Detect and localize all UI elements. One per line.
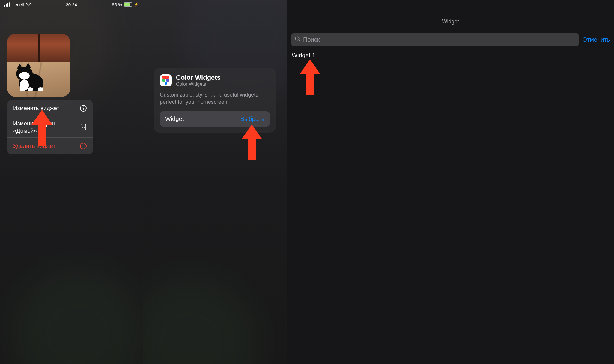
card-title: Color Widgets xyxy=(176,74,221,82)
decorative-blur xyxy=(12,268,143,364)
panel-widget-picker: Widget Поиск Отменить Widget 1 xyxy=(287,0,614,364)
card-description: Customizable, stylish, and useful widget… xyxy=(160,91,270,106)
list-item-label: Widget 1 xyxy=(292,52,315,58)
app-icon-color-widgets xyxy=(160,74,172,86)
card-subtitle: Color Widgets xyxy=(176,82,221,87)
battery-percent: 65 % xyxy=(112,2,122,7)
battery-fill xyxy=(124,3,130,6)
svg-point-7 xyxy=(84,127,85,128)
svg-point-13 xyxy=(296,37,299,40)
search-icon xyxy=(295,36,301,43)
wifi-icon xyxy=(26,3,31,7)
svg-point-6 xyxy=(82,127,83,128)
svg-point-4 xyxy=(82,126,83,126)
svg-point-2 xyxy=(83,107,84,107)
svg-line-14 xyxy=(299,40,300,42)
annotation-arrow xyxy=(300,59,320,95)
sheet-title: Widget xyxy=(287,19,614,25)
carrier-label: lifecell xyxy=(11,2,24,7)
widget-preview[interactable] xyxy=(7,34,70,97)
svg-point-5 xyxy=(84,126,85,126)
info-icon xyxy=(80,105,87,112)
widget-config-card: Color Widgets Color Widgets Customizable… xyxy=(154,68,276,133)
menu-item-delete-widget[interactable]: Удалить виджет xyxy=(7,138,93,154)
menu-item-edit-home[interactable]: Изменить экран «Домой» xyxy=(7,117,93,138)
signal-icon xyxy=(4,2,10,7)
search-placeholder: Поиск xyxy=(303,36,320,43)
cancel-button[interactable]: Отменить xyxy=(583,36,610,43)
widget-image-kitten xyxy=(16,63,49,91)
apps-icon xyxy=(80,124,87,131)
minus-circle-icon xyxy=(80,142,87,150)
field-action-choose[interactable]: Выбрать xyxy=(240,115,264,122)
list-item[interactable]: Widget 1 xyxy=(287,46,614,60)
menu-item-label: Удалить виджет xyxy=(13,142,55,150)
search-input[interactable]: Поиск xyxy=(291,33,579,46)
clock: 20:24 xyxy=(66,2,77,7)
charging-icon: ⚡ xyxy=(134,2,139,7)
decorative-blur xyxy=(143,277,257,364)
menu-item-label: Изменить виджет xyxy=(13,105,59,112)
menu-item-edit-widget[interactable]: Изменить виджет xyxy=(7,100,93,117)
svg-marker-15 xyxy=(300,59,320,95)
battery-icon xyxy=(124,2,132,7)
menu-item-label: Изменить экран «Домой» xyxy=(13,120,80,134)
context-menu: Изменить виджет Изменить экран «Домой» xyxy=(7,100,93,154)
svg-rect-3 xyxy=(81,124,86,130)
status-bar: lifecell 20:24 65 % ⚡ xyxy=(0,0,143,9)
panel-context-menu: lifecell 20:24 65 % ⚡ xyxy=(0,0,143,364)
panel-widget-config: Color Widgets Color Widgets Customizable… xyxy=(143,0,287,364)
field-label: Widget xyxy=(165,115,184,122)
widget-select-row[interactable]: Widget Выбрать xyxy=(160,111,270,127)
